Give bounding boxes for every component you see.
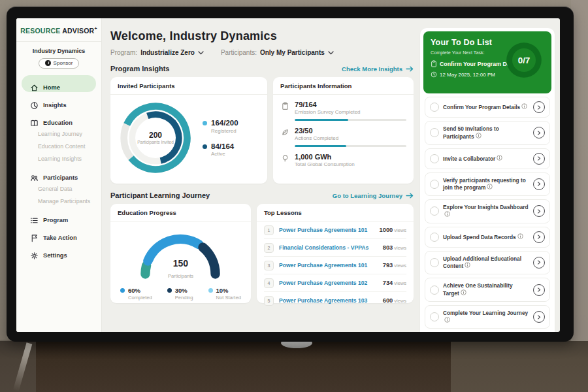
task-open-button[interactable] [533, 178, 545, 190]
task-row-upload-spend-data-records: Upload Spend Data Records [425, 227, 550, 248]
sidebar-item-education-content[interactable]: Education Content [22, 140, 96, 152]
chevron-down-icon [328, 51, 334, 55]
info-icon[interactable] [444, 317, 450, 323]
task-checkbox[interactable] [430, 154, 439, 163]
legend-dot [203, 121, 207, 125]
task-checkbox[interactable] [430, 128, 439, 137]
sidebar-item-learning-journey[interactable]: Learning Journey [22, 128, 96, 140]
sidebar-item-manage-participants[interactable]: Manage Participants [22, 195, 96, 207]
sidebar-item-label: Participants [43, 174, 78, 181]
task-checkbox[interactable] [430, 103, 439, 112]
todo-header: Your To Do List Complete Your Next Task:… [423, 31, 551, 93]
lesson-link[interactable]: Power Purchase Agreements 102 [279, 280, 378, 286]
info-icon[interactable] [521, 103, 527, 109]
sidebar-item-learning-insights[interactable]: Learning Insights [22, 153, 96, 165]
lesson-link[interactable]: Power Purchase Agreements 103 [279, 297, 378, 304]
arrow-right-icon [406, 193, 414, 199]
info-icon[interactable] [476, 133, 482, 139]
legend-item-completed: 60% Completed [120, 287, 152, 301]
lesson-link[interactable]: Financial Considerations - VPPAs [279, 244, 378, 251]
organization-name: Industry Dynamics [16, 48, 101, 54]
lesson-rank: 4 [264, 278, 274, 288]
lesson-views: 803views [383, 244, 406, 251]
sidebar-item-label: Manage Participants [38, 198, 90, 204]
sidebar-item-program[interactable]: Program [22, 208, 96, 225]
info-icon[interactable] [444, 211, 450, 217]
donut-center-value: 200 [149, 131, 162, 140]
program-filter-value: Industrialize Zero [140, 49, 195, 56]
go-to-learning-journey-link[interactable]: Go to Learning Journey [333, 192, 414, 199]
task-row-upload-additional-educational-content: Upload Additional Educational Content [425, 251, 550, 275]
task-open-button[interactable] [533, 311, 545, 323]
invited-participants-legend: 164/200 Registered 84/164 Active [203, 119, 238, 157]
sidebar-item-take-action[interactable]: Take Action [22, 225, 96, 242]
lesson-link[interactable]: Power Purchase Agreements 101 [279, 262, 378, 269]
info-icon[interactable] [517, 233, 523, 239]
top-lessons-card: Top Lessons 1 Power Purchase Agreements … [257, 204, 414, 303]
task-row-invite-a-collaborator: Invite a Collaborator [425, 148, 550, 169]
insights-cards-row: Invited Participants 200 Partic [110, 77, 414, 184]
task-checkbox[interactable] [430, 180, 439, 189]
info-icon[interactable] [487, 184, 493, 189]
task-row-complete-your-learning-journey: Complete Your Learning Journey [425, 305, 550, 329]
task-row-achieve-one-sustainability-target: Achieve One Sustainability Target [425, 278, 550, 302]
task-open-button[interactable] [533, 284, 545, 296]
sidebar-item-general-data[interactable]: General Data [22, 183, 96, 195]
participants-filter[interactable]: Participants: Only My Participants [221, 49, 334, 56]
invited-participants-card: Invited Participants 200 Partic [110, 77, 267, 184]
todo-card: Your To Do List Complete Your Next Task:… [420, 28, 555, 332]
participants-information-card: Participants Information 79/164 Emission… [273, 77, 414, 184]
info-icon[interactable] [497, 155, 502, 161]
leaf-icon [280, 127, 289, 147]
stat-total-global-consumption: 1,000 GWh Total Global Consumption [280, 153, 406, 167]
check-more-insights-link[interactable]: Check More Insights [342, 65, 414, 73]
task-label: Send 50 Invitations to Participants [443, 125, 529, 140]
sidebar-item-insights[interactable]: Insights [22, 93, 96, 110]
clipboard-icon [431, 60, 437, 67]
task-open-button[interactable] [533, 127, 545, 139]
clock-icon [431, 71, 437, 78]
task-label: Complete Your Learning Journey [443, 310, 529, 325]
info-icon[interactable] [461, 289, 466, 295]
task-open-button[interactable] [533, 101, 545, 113]
go-to-learning-journey-label: Go to Learning Journey [333, 192, 402, 199]
monitor-bezel: RESOURCE ADVISOR+ Industry Dynamics Spon… [7, 7, 574, 342]
stat-emission-survey-completed: 79/164 Emission Survey Completed [280, 101, 406, 121]
task-checkbox[interactable] [430, 286, 439, 295]
program-icon [30, 216, 39, 225]
task-open-button[interactable] [533, 153, 545, 165]
journey-section-title: Participant Learning Journey [110, 191, 210, 199]
lesson-link[interactable]: Power Purchase Agreements 101 [279, 227, 374, 233]
todo-panel: Your To Do List Complete Your Next Task:… [420, 28, 555, 332]
sidebar-item-settings[interactable]: Settings [22, 243, 96, 260]
task-open-button[interactable] [533, 231, 545, 243]
journey-section-header: Participant Learning Journey Go to Learn… [110, 191, 414, 199]
task-row-explore-your-insights-dashboard: Explore Your Insights Dashboard [425, 199, 550, 223]
gauge-center-caption: Participants [168, 273, 193, 279]
task-checkbox[interactable] [430, 206, 439, 216]
brand-secondary: ADVISOR [62, 27, 94, 35]
sponsor-badge[interactable]: Sponsor [39, 58, 80, 69]
task-checkbox[interactable] [430, 258, 439, 267]
sidebar-item-home[interactable]: Home [22, 75, 96, 92]
task-row-send-50-invitations-to-participants: Send 50 Invitations to Participants [425, 121, 550, 145]
top-lessons-title: Top Lessons [257, 209, 414, 221]
progress-bar [295, 119, 406, 121]
stat-value: 23/50 [295, 127, 406, 135]
sponsor-icon [45, 60, 51, 66]
task-open-button[interactable] [533, 257, 545, 269]
sidebar-item-education[interactable]: Education [22, 110, 96, 127]
info-icon[interactable] [465, 262, 470, 268]
task-checkbox[interactable] [430, 312, 439, 321]
filter-bar: Program: Industrialize Zero Participants… [110, 49, 414, 56]
task-open-button[interactable] [533, 205, 545, 217]
task-checkbox[interactable] [430, 233, 439, 242]
journey-cards-row: Education Progress 150 Participants 60% … [110, 204, 414, 303]
stat-label: Total Global Consumption [295, 161, 406, 167]
stat-actions-completed: 23/50 Actions Completed [280, 127, 406, 147]
chevron-down-icon [198, 51, 204, 55]
legend-value: 84/164 [211, 142, 234, 151]
program-filter[interactable]: Program: Industrialize Zero [110, 49, 204, 56]
lesson-row: 3 Power Purchase Agreements 101 793views [264, 257, 406, 274]
sidebar-item-participants[interactable]: Participants [22, 165, 96, 182]
